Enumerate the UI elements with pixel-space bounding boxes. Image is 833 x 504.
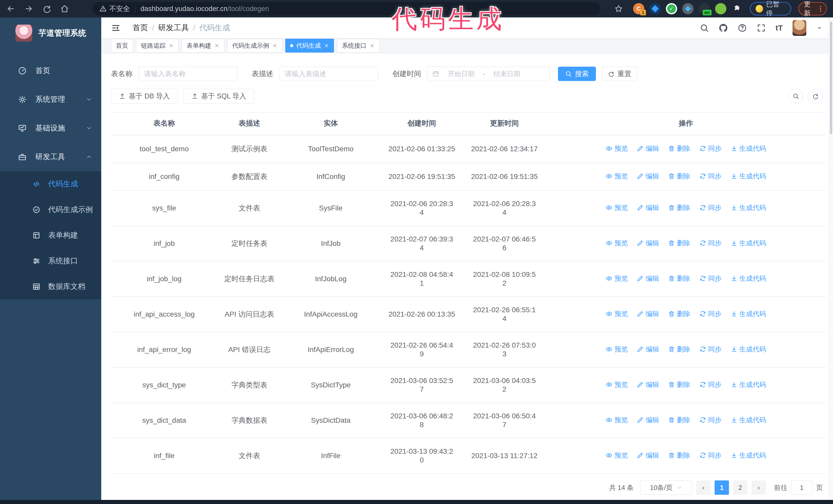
preview-link[interactable]: 预览 [606, 203, 628, 212]
extension-icon[interactable]: on [699, 3, 710, 14]
sidebar-item-dev-tools[interactable]: 研发工具 [0, 143, 101, 171]
edit-link[interactable]: 编辑 [637, 380, 659, 389]
tab-form-builder[interactable]: 表单构建 [182, 39, 224, 52]
delete-link[interactable]: 删除 [668, 144, 690, 153]
extension-icon[interactable]: C1 [633, 3, 644, 14]
generate-code-link[interactable]: 生成代码 [731, 345, 766, 354]
sync-link[interactable]: 同步 [699, 203, 721, 212]
edit-link[interactable]: 编辑 [637, 144, 659, 153]
window-scrollbar[interactable] [829, 18, 833, 500]
search-icon[interactable] [700, 23, 709, 32]
back-icon[interactable] [6, 4, 15, 13]
next-page-button[interactable]: › [752, 480, 766, 495]
sidebar-item-code-generation-example[interactable]: 代码生成示例 [0, 197, 101, 222]
sidebar-item-home[interactable]: 首页 [0, 56, 101, 85]
help-icon[interactable] [738, 23, 747, 32]
sidebar-item-system-api[interactable]: 系统接口 [0, 248, 101, 274]
delete-link[interactable]: 删除 [668, 345, 690, 354]
security-warning[interactable]: 不安全 [99, 4, 130, 13]
extension-icon[interactable] [682, 3, 694, 14]
delete-link[interactable]: 删除 [668, 380, 690, 389]
close-icon[interactable] [370, 43, 375, 48]
generate-code-link[interactable]: 生成代码 [731, 309, 766, 318]
page-button-2[interactable]: 2 [733, 480, 747, 495]
sidebar-item-database-doc[interactable]: 数据库文档 [0, 274, 101, 299]
sync-link[interactable]: 同步 [699, 380, 721, 389]
edit-link[interactable]: 编辑 [637, 309, 659, 318]
browser-menu-dots-icon[interactable] [820, 6, 821, 12]
sidebar-item-infrastructure[interactable]: 基础设施 [0, 114, 101, 143]
preview-link[interactable]: 预览 [606, 239, 628, 247]
goto-page-input[interactable] [791, 480, 812, 495]
bookmark-star-icon[interactable] [614, 4, 623, 13]
page-button-1[interactable]: 1 [715, 480, 729, 495]
edit-link[interactable]: 编辑 [637, 451, 659, 460]
breadcrumb-home[interactable]: 首页 [133, 23, 148, 33]
table-desc-input[interactable] [279, 67, 378, 81]
extension-icon[interactable] [715, 3, 727, 14]
extension-icon[interactable]: ✓ [666, 3, 677, 14]
avatar[interactable] [792, 20, 806, 36]
preview-link[interactable]: 预览 [606, 380, 628, 389]
sidebar-item-form-builder[interactable]: 表单构建 [0, 222, 101, 248]
preview-link[interactable]: 预览 [606, 144, 628, 153]
preview-link[interactable]: 预览 [606, 274, 628, 283]
tab-trace[interactable]: 链路追踪 [136, 39, 178, 52]
fullscreen-icon[interactable] [757, 23, 766, 32]
extension-icon[interactable] [649, 3, 661, 14]
close-icon[interactable] [324, 43, 329, 48]
edit-link[interactable]: 编辑 [637, 239, 659, 247]
generate-code-link[interactable]: 生成代码 [731, 144, 766, 153]
scrollbar-thumb[interactable] [830, 22, 832, 134]
delete-link[interactable]: 删除 [668, 203, 690, 212]
import-db-button[interactable]: 基于 DB 导入 [111, 89, 178, 103]
sync-link[interactable]: 同步 [699, 274, 721, 283]
generate-code-link[interactable]: 生成代码 [731, 274, 766, 283]
delete-link[interactable]: 删除 [668, 239, 690, 247]
end-date-input[interactable] [487, 70, 527, 78]
extensions-puzzle-icon[interactable] [732, 3, 743, 14]
sync-link[interactable]: 同步 [699, 415, 721, 424]
font-size-icon[interactable]: tT [776, 24, 783, 32]
search-button[interactable]: 搜索 [558, 67, 596, 81]
reset-button[interactable]: 重置 [602, 67, 637, 81]
edit-link[interactable]: 编辑 [637, 415, 659, 424]
preview-link[interactable]: 预览 [606, 415, 628, 424]
date-range-picker[interactable]: - [427, 67, 550, 81]
toggle-search-button[interactable] [788, 89, 803, 103]
home-icon[interactable] [60, 4, 69, 13]
sync-link[interactable]: 同步 [699, 144, 721, 153]
delete-link[interactable]: 删除 [668, 415, 690, 424]
edit-link[interactable]: 编辑 [637, 345, 659, 354]
delete-link[interactable]: 删除 [668, 451, 690, 460]
sync-link[interactable]: 同步 [699, 172, 721, 181]
start-date-input[interactable] [442, 70, 481, 78]
tab-system-api[interactable]: 系统接口 [337, 39, 380, 52]
delete-link[interactable]: 删除 [668, 172, 690, 181]
tab-codegen[interactable]: 代码生成 [285, 39, 334, 52]
preview-link[interactable]: 预览 [606, 172, 628, 181]
close-icon[interactable] [214, 43, 219, 48]
sidebar-item-code-generation[interactable]: 代码生成 [0, 171, 101, 197]
caret-down-icon[interactable] [816, 25, 823, 31]
generate-code-link[interactable]: 生成代码 [731, 172, 766, 181]
close-icon[interactable] [169, 43, 174, 48]
tab-home[interactable]: 首页 [111, 39, 133, 52]
generate-code-link[interactable]: 生成代码 [731, 451, 766, 460]
table-name-input[interactable] [139, 67, 237, 81]
generate-code-link[interactable]: 生成代码 [731, 415, 766, 424]
page-size-select[interactable]: 10条/页 [640, 480, 692, 495]
sidebar-item-system-management[interactable]: 系统管理 [0, 85, 101, 114]
sync-link[interactable]: 同步 [699, 239, 721, 247]
preview-link[interactable]: 预览 [606, 451, 628, 460]
address-bar[interactable]: 不安全 dashboard.yudao.iocoder.cn/tool/code… [93, 2, 600, 16]
preview-link[interactable]: 预览 [606, 309, 628, 318]
sync-link[interactable]: 同步 [699, 345, 721, 354]
browser-update-button[interactable]: 更新 [799, 2, 827, 16]
forward-icon[interactable] [24, 4, 33, 13]
breadcrumb-dev-tools[interactable]: 研发工具 [158, 23, 189, 33]
edit-link[interactable]: 编辑 [637, 203, 659, 212]
edit-link[interactable]: 编辑 [637, 274, 659, 283]
generate-code-link[interactable]: 生成代码 [731, 380, 766, 389]
sync-link[interactable]: 同步 [699, 309, 721, 318]
